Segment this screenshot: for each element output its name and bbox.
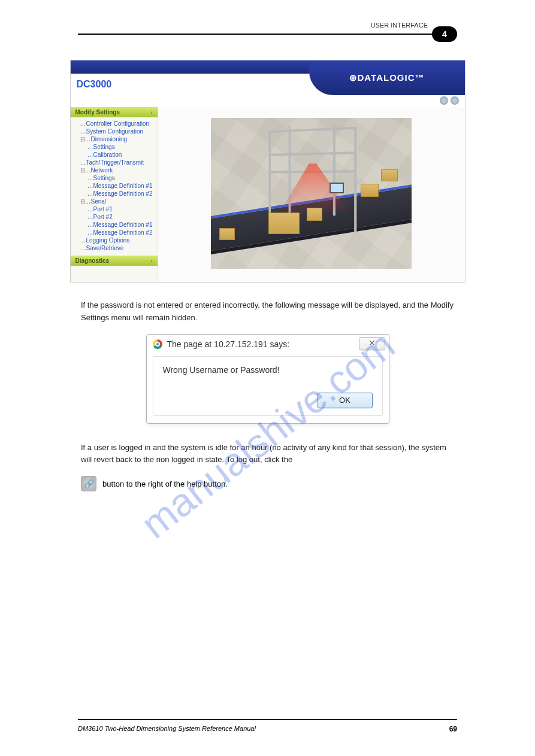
help-icon[interactable]	[440, 96, 448, 105]
sidebar-item[interactable]: …Logging Options	[74, 236, 156, 244]
app-header: DC3000 ⊕DATALOGIC™	[71, 74, 465, 95]
sidebar-section-modify[interactable]: Modify Settings ›	[71, 107, 158, 117]
logout-icon[interactable]: 🔗	[81, 476, 96, 491]
sidebar-item[interactable]: …Settings	[74, 174, 156, 182]
sidebar-item-label: …Port #1	[87, 206, 113, 212]
footer-rule	[78, 719, 457, 720]
sidebar-item-label: …System Configuration	[80, 128, 144, 135]
sidebar-item-label: …Logging Options	[80, 237, 130, 244]
sidebar-item-label: …Save/Retrieve	[80, 245, 124, 251]
chevron-right-icon: ›	[151, 110, 153, 116]
sidebar-item[interactable]: …Settings	[74, 143, 156, 151]
app-toolbar	[71, 95, 465, 107]
paragraph: If the password is not entered or entere…	[81, 299, 454, 324]
sidebar-item-label: …Message Definition #1	[87, 183, 153, 189]
paragraph: button to the right of the help button.	[102, 479, 228, 488]
sidebar-item[interactable]: …Save/Retrieve	[74, 244, 156, 252]
app-title: DC3000	[71, 79, 118, 90]
ok-button[interactable]: OK	[318, 393, 373, 408]
dialog-message: Wrong Username or Password!	[163, 365, 373, 375]
sidebar-item-label: …Message Definition #2	[87, 229, 153, 236]
page-number: 69	[449, 725, 457, 733]
sidebar-section-label: Modify Settings	[75, 109, 120, 116]
sidebar-item-label: …Message Definition #2	[87, 190, 153, 197]
dialog-title: The page at 10.27.152.191 says:	[167, 339, 290, 349]
brand-logo: ⊕DATALOGIC™	[309, 60, 465, 95]
paragraph: If a user is logged in and the system is…	[81, 442, 454, 467]
footer-doc-title: DM3610 Two-Head Dimensioning System Refe…	[78, 725, 256, 732]
app-window: DC3000 ⊕DATALOGIC™ Modify Settings › …Co…	[70, 60, 466, 283]
sidebar-item[interactable]: …Message Definition #2	[74, 190, 156, 198]
sidebar-item[interactable]: ⊟…Dimensioning	[74, 135, 156, 143]
sidebar-item-label: …Port #2	[87, 214, 113, 220]
sidebar-item[interactable]: …Calibration	[74, 151, 156, 159]
sidebar-tree: …Controller Configuration…System Configu…	[71, 117, 158, 256]
tree-toggle-icon: ⊟	[80, 198, 85, 205]
sidebar-section-diagnostics[interactable]: Diagnostics ›	[71, 256, 158, 266]
sidebar-item[interactable]: …Message Definition #1	[74, 182, 156, 190]
sidebar: Modify Settings › …Controller Configurat…	[71, 107, 158, 282]
header-rule	[78, 34, 457, 35]
sidebar-item[interactable]: …Controller Configuration	[74, 120, 156, 127]
tree-toggle-icon: ⊟	[80, 136, 85, 142]
sidebar-item[interactable]: …Port #1	[74, 205, 156, 213]
sidebar-item[interactable]: …Tach/Trigger/Transmit	[74, 159, 156, 166]
chrome-icon	[153, 339, 162, 349]
sidebar-item-label: …Tach/Trigger/Transmit	[80, 159, 144, 166]
close-button[interactable]: ✕	[359, 337, 385, 350]
sidebar-item-label: …Calibration	[87, 151, 122, 158]
sidebar-item-label: …Settings	[87, 175, 115, 181]
sidebar-item-label: …Controller Configuration	[80, 120, 150, 127]
sidebar-item[interactable]: …Port #2	[74, 213, 156, 221]
system-3d-render	[211, 118, 412, 269]
sidebar-item-label: …Network	[85, 167, 113, 174]
tree-toggle-icon: ⊟	[80, 167, 85, 174]
chevron-right-icon: ›	[151, 258, 153, 264]
chapter-badge: 4	[432, 26, 457, 42]
sidebar-item[interactable]: ⊟…Serial	[74, 198, 156, 205]
main-area	[158, 107, 465, 282]
sidebar-item-label: …Dimensioning	[85, 136, 128, 142]
sidebar-item[interactable]: …System Configuration	[74, 127, 156, 135]
alert-dialog: The page at 10.27.152.191 says: ✕ Wrong …	[146, 334, 389, 424]
sidebar-item[interactable]: ⊟…Network	[74, 166, 156, 174]
sidebar-item-label: …Message Definition #1	[87, 221, 153, 228]
sidebar-item[interactable]: …Message Definition #2	[74, 229, 156, 236]
sidebar-section-label: Diagnostics	[75, 257, 110, 264]
sidebar-item[interactable]: …Message Definition #1	[74, 221, 156, 229]
login-icon[interactable]	[451, 96, 459, 105]
sidebar-item-label: …Serial	[85, 198, 107, 205]
header-label: USER INTERFACE	[368, 22, 430, 29]
sidebar-item-label: …Settings	[87, 144, 115, 150]
